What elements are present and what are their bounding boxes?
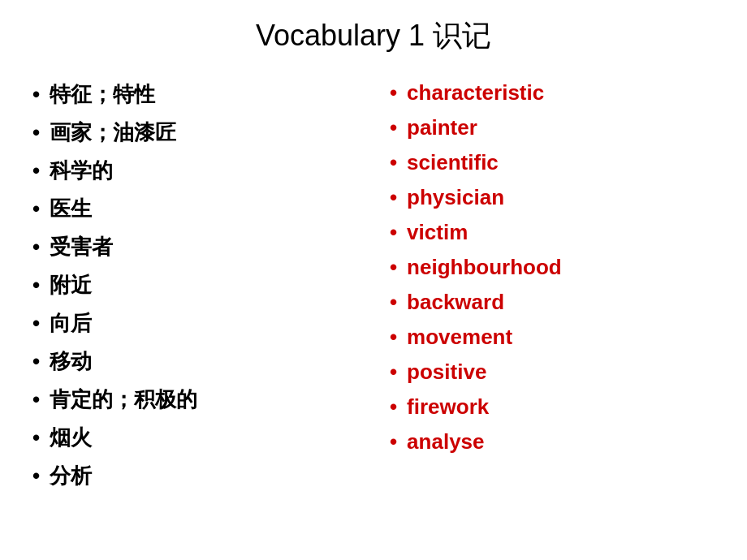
list-item: 受害者 xyxy=(32,233,357,261)
list-item: 附近 xyxy=(32,271,357,299)
list-item: 画家；油漆匠 xyxy=(32,118,357,147)
english-vocab-list: characteristicpainterscientificphysician… xyxy=(390,80,715,454)
chinese-vocab-list: 特征；特性画家；油漆匠科学的医生受害者附近向后移动肯定的；积极的烟火分析 xyxy=(32,80,357,490)
list-item: scientific xyxy=(390,150,715,175)
content-area: 特征；特性画家；油漆匠科学的医生受害者附近向后移动肯定的；积极的烟火分析 cha… xyxy=(32,80,715,544)
list-item: painter xyxy=(390,115,715,140)
list-item: 分析 xyxy=(32,462,357,490)
list-item: neighbourhood xyxy=(390,255,715,280)
list-item: 向后 xyxy=(32,309,357,338)
left-column: 特征；特性画家；油漆匠科学的医生受害者附近向后移动肯定的；积极的烟火分析 xyxy=(32,80,374,544)
list-item: movement xyxy=(390,325,715,350)
list-item: analyse xyxy=(390,429,715,454)
list-item: 特征；特性 xyxy=(32,80,357,109)
list-item: characteristic xyxy=(390,80,715,106)
list-item: 科学的 xyxy=(32,157,357,185)
list-item: 医生 xyxy=(32,195,357,223)
list-item: victim xyxy=(390,220,715,245)
list-item: 肯定的；积极的 xyxy=(32,386,357,414)
list-item: positive xyxy=(390,360,715,385)
page-title: Vocabulary 1 识记 xyxy=(32,16,715,56)
right-column: characteristicpainterscientificphysician… xyxy=(374,80,715,544)
list-item: backward xyxy=(390,290,715,315)
list-item: 移动 xyxy=(32,347,357,376)
list-item: 烟火 xyxy=(32,424,357,452)
list-item: physician xyxy=(390,185,715,210)
list-item: firework xyxy=(390,394,715,420)
page: Vocabulary 1 识记 特征；特性画家；油漆匠科学的医生受害者附近向后移… xyxy=(0,0,747,560)
